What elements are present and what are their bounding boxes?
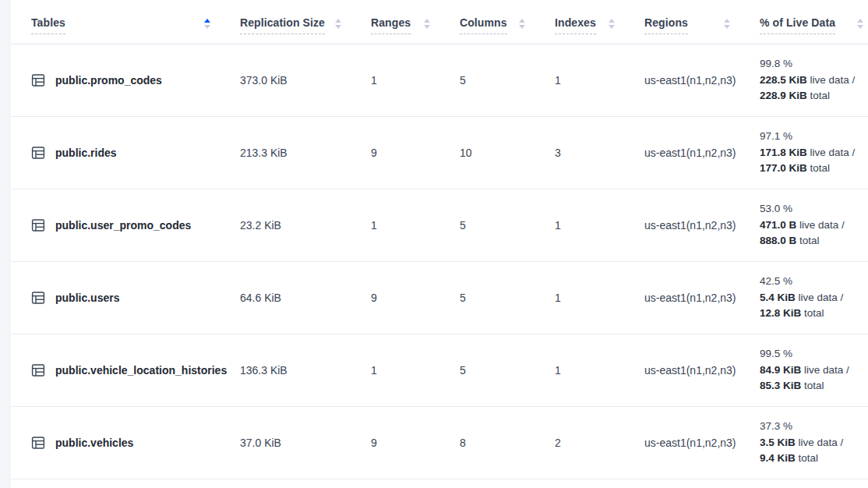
sort-arrows-icon[interactable] — [335, 19, 341, 29]
live-data-percent: 99.8 % — [760, 56, 792, 72]
regions-cell: us-east1(n1,n2,n3) — [644, 219, 760, 232]
table-grid-icon — [31, 363, 45, 377]
live-data-percent: 97.1 % — [760, 129, 792, 145]
table-row[interactable]: public.users 64.6 KiB 9 5 1 us-east1(n1,… — [11, 262, 868, 334]
table-name-cell[interactable]: public.users — [31, 291, 240, 305]
table-grid-icon — [31, 436, 45, 450]
total-data-size: 9.4 KiB total — [760, 451, 818, 467]
table-name[interactable]: public.rides — [55, 147, 117, 159]
sort-arrows-icon[interactable] — [204, 19, 210, 29]
live-data-size: 171.8 KiB live data / — [760, 145, 855, 161]
table-header-row: Tables Replication Size Ranges Columns I… — [11, 0, 868, 44]
column-header-columns-label: Columns — [460, 16, 507, 34]
table-grid-icon — [31, 73, 45, 87]
table-name-cell[interactable]: public.vehicles — [31, 436, 240, 450]
regions-cell: us-east1(n1,n2,n3) — [644, 364, 760, 377]
column-header-live-data-label: % of Live Data — [760, 16, 835, 34]
table-name[interactable]: public.vehicle_location_histories — [55, 364, 227, 377]
replication-size-cell: 64.6 KiB — [240, 292, 371, 304]
indexes-cell: 1 — [555, 292, 644, 304]
indexes-cell: 3 — [555, 147, 644, 159]
column-header-replication-size[interactable]: Replication Size — [240, 16, 371, 34]
table-name[interactable]: public.user_promo_codes — [55, 219, 191, 232]
regions-cell: us-east1(n1,n2,n3) — [644, 74, 760, 87]
indexes-cell: 1 — [555, 74, 644, 87]
column-header-live-data[interactable]: % of Live Data — [760, 16, 868, 34]
indexes-cell: 2 — [555, 437, 644, 449]
table-row[interactable]: public.vehicles 37.0 KiB 9 8 2 us-east1(… — [11, 407, 868, 479]
total-data-size: 85.3 KiB total — [760, 378, 824, 394]
column-header-regions[interactable]: Regions — [644, 16, 760, 34]
column-header-tables-label: Tables — [31, 16, 65, 34]
column-header-replication-size-label: Replication Size — [240, 16, 325, 34]
live-data-size: 471.0 B live data / — [760, 217, 845, 234]
table-row[interactable]: public.rides 213.3 KiB 9 10 3 us-east1(n… — [11, 117, 868, 189]
table-grid-icon — [31, 146, 45, 160]
live-data-percent: 37.3 % — [760, 419, 792, 435]
replication-size-cell: 37.0 KiB — [240, 437, 371, 449]
column-header-columns[interactable]: Columns — [460, 16, 555, 34]
table-grid-icon — [31, 218, 45, 232]
indexes-cell: 1 — [555, 364, 644, 377]
sort-arrows-icon[interactable] — [519, 19, 525, 29]
regions-cell: us-east1(n1,n2,n3) — [644, 147, 760, 159]
column-header-regions-label: Regions — [644, 16, 688, 34]
live-data-size: 5.4 KiB live data / — [760, 290, 843, 306]
live-data-cell: 37.3 % 3.5 KiB live data / 9.4 KiB total — [760, 419, 868, 467]
live-data-cell: 42.5 % 5.4 KiB live data / 12.8 KiB tota… — [760, 274, 868, 322]
live-data-cell: 97.1 % 171.8 KiB live data / 177.0 KiB t… — [760, 129, 868, 177]
sort-arrows-icon[interactable] — [609, 19, 615, 29]
ranges-cell: 9 — [371, 147, 460, 159]
live-data-percent: 53.0 % — [760, 201, 792, 217]
column-header-indexes[interactable]: Indexes — [555, 16, 644, 34]
sort-arrows-icon[interactable] — [424, 19, 430, 29]
replication-size-cell: 23.2 KiB — [240, 219, 371, 232]
column-header-indexes-label: Indexes — [555, 16, 596, 34]
regions-cell: us-east1(n1,n2,n3) — [644, 292, 760, 304]
columns-cell: 8 — [460, 437, 555, 449]
sort-arrows-icon[interactable] — [724, 19, 730, 29]
sort-arrows-icon[interactable] — [857, 19, 863, 29]
tables-list-card: Tables Replication Size Ranges Columns I… — [11, 0, 868, 488]
column-header-ranges[interactable]: Ranges — [371, 16, 460, 34]
table-name-cell[interactable]: public.vehicle_location_histories — [31, 363, 240, 377]
replication-size-cell: 136.3 KiB — [240, 364, 371, 377]
live-data-size: 84.9 KiB live data / — [760, 362, 849, 379]
table-name-cell[interactable]: public.promo_codes — [31, 73, 240, 87]
column-header-ranges-label: Ranges — [371, 16, 411, 34]
live-data-cell: 53.0 % 471.0 B live data / 888.0 B total — [760, 201, 868, 249]
live-data-percent: 42.5 % — [760, 274, 792, 290]
replication-size-cell: 213.3 KiB — [240, 147, 371, 159]
ranges-cell: 1 — [371, 364, 460, 377]
total-data-size: 888.0 B total — [760, 233, 820, 249]
replication-size-cell: 373.0 KiB — [240, 74, 371, 87]
columns-cell: 5 — [460, 292, 555, 304]
indexes-cell: 1 — [555, 219, 644, 232]
table-name[interactable]: public.users — [55, 292, 119, 304]
regions-cell: us-east1(n1,n2,n3) — [644, 437, 760, 449]
total-data-size: 177.0 KiB total — [760, 161, 830, 177]
columns-cell: 5 — [460, 74, 555, 87]
table-row[interactable]: public.promo_codes 373.0 KiB 1 5 1 us-ea… — [11, 44, 868, 117]
table-row[interactable]: public.user_promo_codes 23.2 KiB 1 5 1 u… — [11, 189, 868, 262]
ranges-cell: 1 — [371, 219, 460, 232]
table-name-cell[interactable]: public.user_promo_codes — [31, 218, 240, 232]
live-data-size: 3.5 KiB live data / — [760, 435, 843, 451]
ranges-cell: 9 — [371, 292, 460, 304]
table-name[interactable]: public.promo_codes — [55, 74, 162, 87]
table-grid-icon — [31, 291, 45, 305]
column-header-tables[interactable]: Tables — [31, 16, 240, 34]
columns-cell: 5 — [460, 219, 555, 232]
total-data-size: 12.8 KiB total — [760, 306, 824, 322]
live-data-cell: 99.8 % 228.5 KiB live data / 228.9 KiB t… — [760, 56, 868, 104]
table-name-cell[interactable]: public.rides — [31, 146, 240, 160]
total-data-size: 228.9 KiB total — [760, 88, 830, 104]
ranges-cell: 1 — [371, 74, 460, 87]
table-name[interactable]: public.vehicles — [55, 437, 133, 449]
live-data-percent: 99.5 % — [760, 346, 792, 362]
columns-cell: 10 — [460, 147, 555, 159]
ranges-cell: 9 — [371, 437, 460, 449]
live-data-size: 228.5 KiB live data / — [760, 72, 855, 89]
table-row[interactable]: public.vehicle_location_histories 136.3 … — [11, 334, 868, 407]
live-data-cell: 99.5 % 84.9 KiB live data / 85.3 KiB tot… — [760, 346, 868, 394]
